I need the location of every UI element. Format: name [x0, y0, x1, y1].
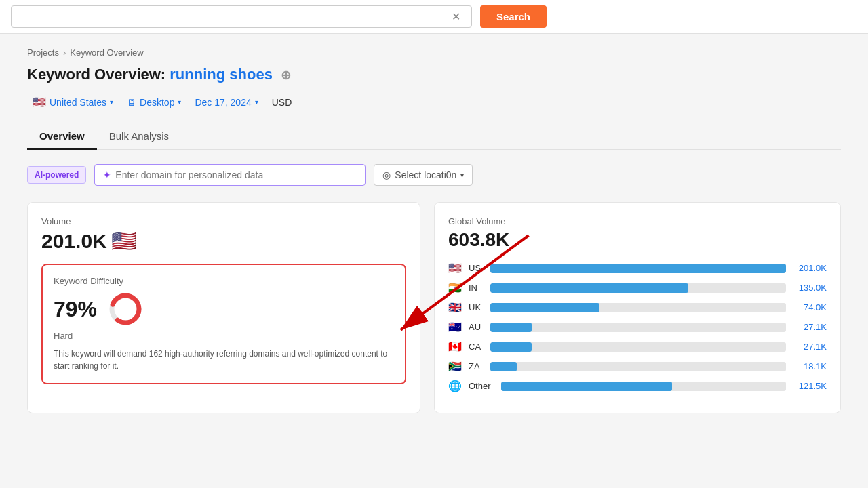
- country-filter[interactable]: 🇺🇸 United States ▾: [27, 93, 119, 111]
- country-flag-ZA: 🇿🇦: [448, 360, 463, 373]
- device-chevron-icon: ▾: [178, 98, 181, 106]
- country-flag-IN: 🇮🇳: [448, 281, 463, 294]
- bar-track-ZA: [490, 362, 786, 371]
- country-value-IN: 135.0K: [791, 283, 827, 293]
- country-row: 🇬🇧 UK 74.0K: [448, 301, 827, 314]
- country-value-ZA: 18.1K: [791, 361, 827, 371]
- global-volume-card: Global Volume 603.8K 🇺🇸 US 201.0K 🇮🇳 IN …: [434, 202, 841, 413]
- domain-input-wrapper: ✦: [94, 164, 366, 186]
- breadcrumb-current: Keyword Overview: [70, 47, 143, 58]
- sparkle-icon: ✦: [103, 169, 111, 180]
- country-row: 🇦🇺 AU 27.1K: [448, 321, 827, 333]
- svg-point-2: [116, 300, 135, 319]
- main-content: Projects › Keyword Overview Keyword Over…: [0, 34, 868, 483]
- ai-badge: AI-powered: [27, 166, 86, 184]
- bar-track-IN: [490, 283, 786, 293]
- bar-track-Other: [501, 382, 786, 391]
- kd-value-row: 79%: [54, 291, 394, 327]
- cards-row: Volume 201.0K 🇺🇸 Keyword Difficulty 79%: [27, 202, 841, 413]
- country-row: 🇿🇦 ZA 18.1K: [448, 360, 827, 373]
- volume-kd-card: Volume 201.0K 🇺🇸 Keyword Difficulty 79%: [27, 202, 420, 413]
- tab-bulk-analysis[interactable]: Bulk Analysis: [97, 123, 181, 150]
- country-flag-CA: 🇨🇦: [448, 340, 463, 353]
- tabs-bar: Overview Bulk Analysis: [27, 123, 841, 150]
- bar-fill-Other: [501, 382, 672, 391]
- kd-label: Keyword Difficulty: [54, 276, 394, 286]
- volume-label: Volume: [41, 216, 406, 226]
- country-row: 🇮🇳 IN 135.0K: [448, 281, 827, 294]
- bar-fill-US: [490, 264, 786, 273]
- bar-fill-ZA: [490, 362, 517, 371]
- currency-label: USD: [267, 94, 298, 110]
- bar-fill-UK: [490, 303, 599, 312]
- volume-flag: 🇺🇸: [111, 229, 136, 253]
- country-flag-UK: 🇬🇧: [448, 301, 463, 314]
- top-bar: running shoes ✕ Search: [0, 0, 868, 34]
- date-chevron-icon: ▾: [255, 98, 258, 106]
- bar-track-CA: [490, 342, 786, 352]
- location-chevron-icon: ▾: [460, 171, 464, 179]
- kd-donut-chart: [108, 291, 143, 327]
- country-flag-Other: 🌐: [448, 380, 463, 392]
- country-row: 🇨🇦 CA 27.1K: [448, 340, 827, 353]
- kd-description: This keyword will demand 162 high-author…: [54, 348, 394, 372]
- device-icon: 🖥: [127, 97, 136, 108]
- tab-overview[interactable]: Overview: [27, 123, 97, 150]
- country-value-CA: 27.1K: [791, 342, 827, 352]
- country-value-Other: 121.5K: [791, 381, 827, 391]
- filters-bar: 🇺🇸 United States ▾ 🖥 Desktop ▾ Dec 17, 2…: [27, 93, 841, 111]
- kd-percent: 79%: [54, 297, 97, 322]
- bar-track-US: [490, 264, 786, 273]
- date-label: Dec 17, 2024: [195, 97, 251, 108]
- search-bar: running shoes ✕: [11, 5, 472, 28]
- country-label: United States: [50, 97, 106, 108]
- global-volume-value: 603.8K: [448, 229, 827, 251]
- kd-difficulty-label: Hard: [54, 331, 394, 341]
- bar-track-UK: [490, 303, 786, 312]
- breadcrumb-separator: ›: [63, 47, 66, 58]
- bar-fill-CA: [490, 342, 532, 352]
- bar-track-AU: [490, 323, 786, 332]
- country-code-UK: UK: [469, 302, 485, 312]
- domain-input[interactable]: [115, 169, 357, 180]
- country-code-CA: CA: [469, 342, 485, 352]
- countries-list: 🇺🇸 US 201.0K 🇮🇳 IN 135.0K 🇬🇧 UK 74.0K 🇦🇺…: [448, 262, 827, 392]
- bar-fill-AU: [490, 323, 532, 332]
- country-flag: 🇺🇸: [33, 96, 46, 108]
- search-button[interactable]: Search: [480, 5, 547, 28]
- country-code-AU: AU: [469, 322, 485, 332]
- device-label: Desktop: [140, 97, 174, 108]
- date-filter[interactable]: Dec 17, 2024 ▾: [189, 94, 263, 110]
- country-row: 🌐 Other 121.5K: [448, 380, 827, 392]
- search-input[interactable]: running shoes: [20, 11, 449, 22]
- volume-value: 201.0K 🇺🇸: [41, 229, 406, 253]
- domain-bar: AI-powered ✦ ◎ Select locati0n ▾: [27, 164, 841, 186]
- kd-section: Keyword Difficulty 79% Hard This keyword…: [41, 264, 406, 384]
- country-code-US: US: [469, 263, 485, 273]
- location-selector[interactable]: ◎ Select locati0n ▾: [374, 164, 473, 186]
- location-pin-icon: ◎: [382, 169, 391, 180]
- clear-button[interactable]: ✕: [449, 10, 463, 23]
- country-code-IN: IN: [469, 283, 485, 293]
- page-title-prefix: Keyword Overview:: [27, 66, 165, 83]
- page-title: Keyword Overview: running shoes ⊕: [27, 66, 841, 83]
- country-value-US: 201.0K: [791, 263, 827, 273]
- country-code-Other: Other: [469, 381, 496, 391]
- country-flag-AU: 🇦🇺: [448, 321, 463, 333]
- add-keyword-icon[interactable]: ⊕: [281, 68, 291, 82]
- breadcrumb-parent[interactable]: Projects: [27, 47, 59, 58]
- page-title-keyword-value: running shoes: [170, 66, 273, 83]
- device-filter[interactable]: 🖥 Desktop ▾: [121, 94, 186, 110]
- location-label: Select locati0n: [395, 169, 456, 180]
- country-chevron-icon: ▾: [110, 98, 113, 106]
- country-row: 🇺🇸 US 201.0K: [448, 262, 827, 274]
- breadcrumb: Projects › Keyword Overview: [27, 47, 841, 58]
- global-volume-label: Global Volume: [448, 216, 827, 226]
- country-code-ZA: ZA: [469, 361, 485, 371]
- bar-fill-IN: [490, 283, 688, 293]
- country-flag-US: 🇺🇸: [448, 262, 463, 274]
- country-value-AU: 27.1K: [791, 322, 827, 332]
- country-value-UK: 74.0K: [791, 302, 827, 312]
